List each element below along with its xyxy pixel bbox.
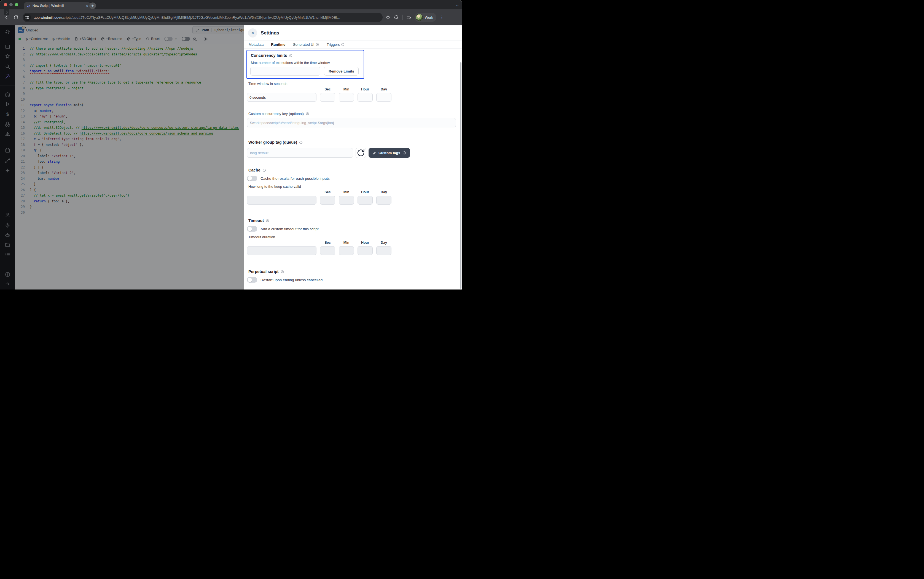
workers-icon[interactable] [5, 232, 10, 238]
url-bar[interactable]: app.windmill.dev/scripts/add#JTdCJTIyaGF… [23, 13, 383, 22]
custom-concurrency-key-input[interactable] [247, 118, 456, 128]
add-icon[interactable] [5, 168, 10, 173]
code-line[interactable]: ) { [30, 187, 244, 193]
code-area[interactable]: 1234567891011121314151617181920212223242… [15, 44, 244, 290]
close-settings-button[interactable]: ✕ [248, 28, 257, 38]
hour-input[interactable] [358, 93, 373, 102]
user-icon[interactable] [5, 212, 10, 218]
close-tab-icon[interactable]: × [86, 4, 88, 8]
logs-icon[interactable] [5, 252, 10, 257]
info-icon[interactable] [281, 270, 284, 273]
code-line[interactable]: return { foo: a }; [30, 198, 244, 204]
max-executions-input[interactable] [250, 67, 320, 75]
code-line[interactable]: foo: string [30, 159, 244, 165]
resources-icon[interactable] [5, 121, 10, 127]
folders-icon[interactable] [5, 242, 10, 248]
code-line[interactable]: export async function main( [30, 102, 244, 108]
code-line[interactable] [30, 74, 244, 80]
schedules-icon[interactable] [5, 147, 10, 153]
code-line[interactable]: g: { [30, 147, 244, 153]
day-input[interactable] [376, 93, 392, 102]
code-line[interactable] [30, 210, 244, 216]
new-tab-button[interactable]: + [89, 2, 96, 9]
worker-tag-input[interactable] [247, 148, 353, 158]
code-line[interactable]: //d: wmill.S3Object, // https://www.wind… [30, 125, 244, 131]
code-line[interactable]: //c: Postgresql, [30, 119, 244, 125]
minimize-window-button[interactable] [9, 3, 13, 7]
star-icon[interactable] [5, 54, 10, 59]
settings-icon[interactable] [5, 222, 10, 228]
variables-icon[interactable]: $ [5, 111, 10, 117]
collapse-icon[interactable] [5, 281, 10, 287]
code-line[interactable]: f = { nested: "object" }, [30, 142, 244, 148]
code-line[interactable] [30, 91, 244, 97]
code-line[interactable]: a: number, [30, 108, 244, 114]
toolbar--s3-object[interactable]: +S3 Object [74, 37, 96, 41]
panel-scrollbar[interactable] [460, 62, 462, 289]
code-line[interactable] [30, 57, 244, 63]
toolbar--context-var[interactable]: $+Context var [26, 37, 48, 41]
code-line[interactable]: } | { [30, 165, 244, 170]
code-line[interactable]: // let x = await wmill.getVariable('u/us… [30, 193, 244, 198]
toolbar-reset[interactable]: Reset [146, 37, 160, 41]
diff-toggle[interactable] [164, 37, 173, 41]
code-line[interactable]: // there are multiple modes to add as he… [30, 46, 244, 52]
code-line[interactable] [30, 97, 244, 103]
code-line[interactable]: import * as wmill from "windmill-client" [30, 69, 244, 74]
tab-generated-ui[interactable]: Generated UI [293, 41, 319, 48]
refresh-tags-button[interactable] [356, 148, 366, 158]
bookmark-star-icon[interactable] [385, 15, 390, 20]
duration-value-input[interactable] [247, 93, 317, 102]
back-icon[interactable] [4, 15, 9, 20]
code-line[interactable]: // type Postgresql = object [30, 85, 244, 91]
code-line[interactable]: b: "my" | "enum", [30, 114, 244, 119]
code-line[interactable]: // import { toWords } from "number-to-wo… [30, 63, 244, 69]
browser-tab[interactable]: New Script | Windmill × [24, 2, 91, 9]
info-icon[interactable] [289, 54, 292, 57]
apps-icon[interactable] [5, 44, 10, 50]
tab-metadata[interactable]: Metadata [249, 41, 263, 48]
extensions-puzzle-icon[interactable] [394, 15, 399, 20]
schemas-icon[interactable] [5, 131, 10, 137]
min-input[interactable] [339, 93, 354, 102]
chevron-down-icon[interactable]: ⌄ [455, 2, 459, 7]
info-icon[interactable] [299, 141, 303, 144]
info-icon[interactable] [306, 112, 309, 116]
sec-input[interactable] [320, 93, 335, 102]
site-settings-icon[interactable] [24, 14, 31, 21]
info-icon[interactable] [266, 219, 269, 222]
toolbar--variable[interactable]: $+Variable [53, 37, 70, 41]
info-icon[interactable] [263, 168, 266, 172]
perpetual-toggle[interactable] [247, 277, 257, 283]
help-icon[interactable] [5, 272, 10, 277]
code-line[interactable]: // fill the type, or use the +Resource t… [30, 80, 244, 85]
url-text[interactable]: app.windmill.dev/scripts/add#JTdCJTIyaGF… [34, 15, 340, 20]
runs-icon[interactable] [5, 101, 10, 107]
zoom-window-button[interactable] [15, 3, 18, 7]
tab-runtime[interactable]: Runtime [271, 41, 285, 48]
cache-toggle[interactable] [247, 176, 257, 181]
remove-limits-button[interactable]: Remove Limits [324, 67, 359, 75]
profile-chip[interactable]: Work [415, 13, 436, 22]
timeout-toggle[interactable] [247, 226, 257, 232]
browser-menu-icon[interactable]: ⋮ [440, 16, 442, 18]
code-line[interactable]: } [30, 204, 244, 210]
toolbar--type[interactable]: +Type [127, 37, 141, 41]
code-line[interactable]: // https://www.windmill.dev/docs/getting… [30, 52, 244, 57]
home-icon[interactable] [5, 91, 10, 97]
ai-wand-icon[interactable] [5, 74, 10, 79]
code-line[interactable]: } [30, 182, 244, 187]
toolbar--resource[interactable]: +Resource [101, 37, 122, 41]
code-line[interactable]: label: "Variant 2", [30, 170, 244, 176]
multiplayer-people-icon[interactable] [193, 37, 197, 41]
custom-tags-button[interactable]: Custom tags [369, 148, 410, 158]
code-line[interactable]: label: "Variant 1", [30, 153, 244, 159]
tab-triggers[interactable]: Triggers [327, 41, 344, 48]
multiplayer-toggle[interactable] [182, 37, 190, 41]
script-title[interactable]: Untitled [26, 28, 38, 32]
reload-icon[interactable] [13, 15, 19, 20]
editor-settings-gear-icon[interactable] [203, 37, 208, 41]
close-window-button[interactable] [4, 3, 7, 7]
search-icon[interactable] [5, 64, 10, 69]
code-line[interactable]: bar: number [30, 176, 244, 182]
